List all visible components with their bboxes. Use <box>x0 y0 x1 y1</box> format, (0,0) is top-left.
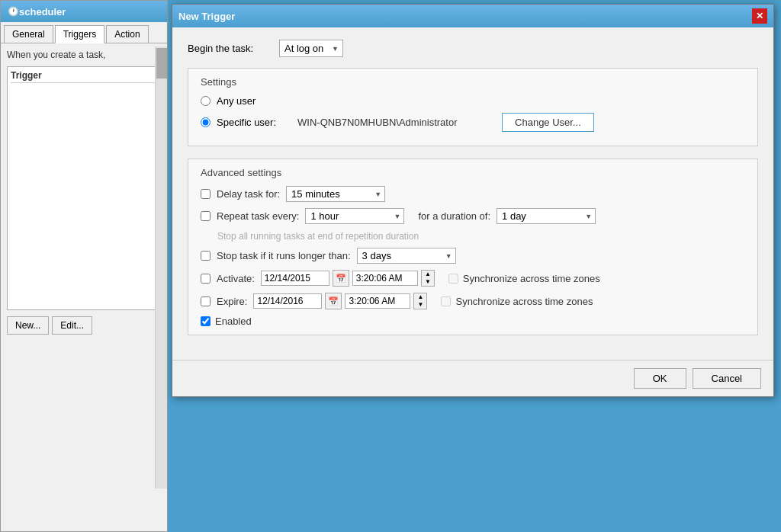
scrollbar-thumb <box>156 48 167 79</box>
expire-time-spinner[interactable]: ▲ ▼ <box>413 293 427 309</box>
bg-content: When you create a task, Trigger New... E… <box>1 43 167 341</box>
bg-buttons: New... Edit... <box>7 316 161 335</box>
begin-task-select-wrapper[interactable]: At log on <box>279 40 343 57</box>
advanced-settings-title: Advanced settings <box>201 167 745 178</box>
bg-titlebar: 🕐 scheduler <box>1 1 167 22</box>
activate-sync-label: Synchronize across time zones <box>463 273 600 284</box>
expire-time-up[interactable]: ▲ <box>414 293 426 301</box>
bg-scrollbar[interactable] <box>155 46 167 489</box>
user-display: WIN-QNB7N0MHUBN\Administrator <box>297 117 496 128</box>
tab-triggers[interactable]: Triggers <box>55 25 105 43</box>
stop-all-label: Stop all running tasks at end of repetit… <box>217 231 419 242</box>
activate-date-wrapper: 12/14/2015 📅 3:20:06 AM ▲ ▼ <box>261 270 435 287</box>
advanced-settings-group: Advanced settings Delay task for: 15 min… <box>188 159 758 335</box>
edit-button[interactable]: Edit... <box>52 316 92 335</box>
repeat-task-select-wrapper[interactable]: 1 hour <box>305 208 404 224</box>
cancel-button[interactable]: Cancel <box>693 368 761 389</box>
any-user-radio[interactable] <box>201 96 211 106</box>
clock-icon: 🕐 <box>7 5 19 18</box>
tab-action[interactable]: Action <box>106 25 148 43</box>
stop-task-checkbox[interactable] <box>201 251 211 261</box>
bg-trigger-list: Trigger <box>7 66 161 310</box>
repeat-task-label: Repeat task every: <box>217 210 299 222</box>
any-user-label: Any user <box>217 95 256 107</box>
expire-time-down[interactable]: ▼ <box>414 301 426 309</box>
stop-task-select[interactable]: 3 days <box>357 248 456 264</box>
duration-select-wrapper[interactable]: 1 day <box>497 208 596 224</box>
activate-label: Activate: <box>217 273 255 284</box>
specific-user-radio[interactable] <box>201 117 211 127</box>
expire-label: Expire: <box>217 296 247 307</box>
expire-sync-label: Synchronize across time zones <box>455 296 593 307</box>
dialog-body: Begin the task: At log on Settings Any u… <box>172 27 773 360</box>
expire-time-input[interactable]: 3:20:06 AM <box>345 293 410 309</box>
dialog-footer: OK Cancel <box>172 360 773 396</box>
activate-sync-checkbox[interactable] <box>448 274 458 284</box>
activate-time-spinner[interactable]: ▲ ▼ <box>421 270 435 287</box>
activate-calendar-button[interactable]: 📅 <box>333 270 349 287</box>
settings-title: Settings <box>201 76 745 88</box>
bg-trigger-header: Trigger <box>11 70 157 83</box>
bg-when-text: When you create a task, <box>7 50 161 60</box>
enabled-checkbox[interactable] <box>201 316 211 326</box>
new-trigger-dialog: New Trigger ✕ Begin the task: At log on … <box>172 4 774 397</box>
activate-sync-row: Synchronize across time zones <box>448 273 600 284</box>
activate-row: Activate: 12/14/2015 📅 3:20:06 AM ▲ ▼ Sy… <box>201 270 745 287</box>
background-window: 🕐 scheduler General Triggers Action When… <box>0 0 168 532</box>
delay-task-select[interactable]: 15 minutes <box>286 186 385 202</box>
bg-window-title: scheduler <box>19 6 66 18</box>
activate-time-down[interactable]: ▼ <box>422 278 434 286</box>
activate-checkbox[interactable] <box>201 274 211 284</box>
expire-sync-row: Synchronize across time zones <box>441 296 593 307</box>
duration-select[interactable]: 1 day <box>497 208 596 224</box>
any-user-row: Any user <box>201 95 745 107</box>
repeat-task-row: Repeat task every: 1 hour for a duration… <box>201 208 745 224</box>
close-button[interactable]: ✕ <box>752 8 767 24</box>
expire-calendar-button[interactable]: 📅 <box>325 293 342 309</box>
bg-tabs: General Triggers Action <box>1 22 167 43</box>
stop-task-label: Stop task if it runs longer than: <box>217 250 351 261</box>
repeat-task-select[interactable]: 1 hour <box>305 208 404 224</box>
begin-task-label: Begin the task: <box>188 43 272 54</box>
expire-sync-checkbox[interactable] <box>441 296 451 306</box>
for-duration-label: for a duration of: <box>418 210 490 222</box>
begin-task-select[interactable]: At log on <box>279 40 343 57</box>
delay-task-label: Delay task for: <box>217 188 280 200</box>
activate-date-input[interactable]: 12/14/2015 <box>261 271 329 286</box>
change-user-button[interactable]: Change User... <box>502 113 594 132</box>
expire-date-wrapper: 12/14/2016 📅 3:20:06 AM ▲ ▼ <box>253 293 427 309</box>
specific-user-label: Specific user: <box>217 117 276 128</box>
ok-button[interactable]: OK <box>634 368 686 389</box>
specific-user-row: Specific user: WIN-QNB7N0MHUBN\Administr… <box>201 113 745 132</box>
begin-task-row: Begin the task: At log on <box>188 40 758 57</box>
expire-row: Expire: 12/14/2016 📅 3:20:06 AM ▲ ▼ Sync… <box>201 293 745 309</box>
delay-task-select-wrapper[interactable]: 15 minutes <box>286 186 385 202</box>
stop-task-row: Stop task if it runs longer than: 3 days <box>201 248 745 264</box>
stop-task-select-wrapper[interactable]: 3 days <box>357 248 456 264</box>
dialog-titlebar: New Trigger ✕ <box>172 5 773 27</box>
enabled-label: Enabled <box>215 316 252 327</box>
delay-task-row: Delay task for: 15 minutes <box>201 186 745 202</box>
settings-group: Settings Any user Specific user: WIN-QNB… <box>188 68 758 146</box>
new-button[interactable]: New... <box>7 316 49 335</box>
activate-time-up[interactable]: ▲ <box>422 271 434 278</box>
activate-time-input[interactable]: 3:20:06 AM <box>352 271 418 286</box>
tab-general[interactable]: General <box>4 25 53 43</box>
repeat-task-checkbox[interactable] <box>201 211 211 221</box>
expire-checkbox[interactable] <box>201 296 211 306</box>
dialog-title: New Trigger <box>178 11 235 22</box>
delay-task-checkbox[interactable] <box>201 189 211 199</box>
stop-all-row: Stop all running tasks at end of repetit… <box>201 230 745 242</box>
expire-date-input[interactable]: 12/14/2016 <box>253 293 322 309</box>
enabled-row: Enabled <box>201 316 745 327</box>
